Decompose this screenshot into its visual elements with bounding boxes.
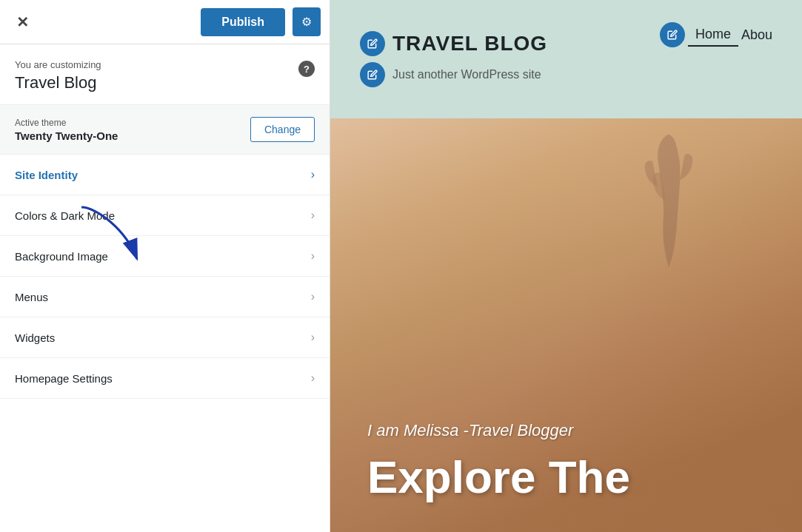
theme-name: Twenty Twenty-One: [15, 129, 118, 142]
edit-nav-icon[interactable]: [660, 22, 685, 47]
hero-subtitle: I am Melissa -Travel Blogger: [367, 421, 765, 440]
gear-button[interactable]: ⚙: [293, 7, 321, 36]
hero-title: Explore The: [367, 452, 765, 502]
chevron-right-icon: ›: [311, 249, 315, 263]
site-title-text: TRAVEL BLOG: [392, 32, 547, 55]
customizer-nav: Site Identity › Colors & Dark Mode › Bac…: [0, 155, 330, 532]
change-theme-button[interactable]: Change: [250, 117, 315, 142]
theme-section: Active theme Twenty Twenty-One Change: [0, 105, 330, 155]
active-theme-label: Active theme: [15, 118, 118, 128]
site-branding: TRAVEL BLOG Just another WordPress site: [360, 31, 547, 87]
site-header-preview: TRAVEL BLOG Just another WordPress site …: [330, 0, 802, 118]
chevron-right-icon: ›: [311, 331, 315, 344]
hand-silhouette-image: [624, 133, 713, 281]
hero-section: I am Melissa -Travel Blogger Explore The: [330, 118, 802, 532]
nav-item-widgets[interactable]: Widgets ›: [0, 317, 330, 358]
nav-item-homepage-settings[interactable]: Homepage Settings ›: [0, 358, 330, 399]
hero-content: I am Melissa -Travel Blogger Explore The: [367, 421, 765, 502]
background-image-label: Background Image: [15, 250, 108, 263]
site-identity-label: Site Identity: [15, 169, 78, 181]
site-tagline-row: Just another WordPress site: [360, 62, 547, 87]
colors-dark-mode-label: Colors & Dark Mode: [15, 209, 115, 222]
chevron-right-icon: ›: [311, 168, 315, 181]
customizing-label: You are customizing: [15, 59, 101, 70]
chevron-right-icon: ›: [311, 209, 315, 222]
customizing-title: Travel Blog: [15, 73, 101, 92]
customizer-panel: ✕ Publish ⚙ You are customizing Travel B…: [0, 0, 330, 532]
site-tagline-text: Just another WordPress site: [392, 68, 541, 81]
site-nav-menu: Home Abou: [660, 15, 772, 47]
top-bar: ✕ Publish ⚙: [0, 0, 330, 44]
chevron-right-icon: ›: [311, 290, 315, 303]
edit-site-title-icon[interactable]: [360, 31, 385, 56]
nav-item-site-identity[interactable]: Site Identity ›: [0, 155, 330, 195]
menus-label: Menus: [15, 291, 48, 303]
edit-tagline-icon[interactable]: [360, 62, 385, 87]
nav-link-home[interactable]: Home: [688, 24, 738, 47]
nav-link-about[interactable]: Abou: [741, 27, 772, 43]
widgets-label: Widgets: [15, 331, 55, 344]
nav-item-background-image[interactable]: Background Image ›: [0, 236, 330, 277]
nav-item-menus[interactable]: Menus ›: [0, 277, 330, 317]
nav-item-colors-dark-mode[interactable]: Colors & Dark Mode ›: [0, 195, 330, 236]
publish-button[interactable]: Publish: [201, 8, 285, 36]
chevron-right-icon: ›: [311, 371, 315, 385]
help-icon[interactable]: ?: [298, 61, 315, 77]
preview-panel: TRAVEL BLOG Just another WordPress site …: [330, 0, 802, 532]
site-title-row: TRAVEL BLOG: [360, 31, 547, 56]
close-button[interactable]: ✕: [9, 9, 36, 36]
homepage-settings-label: Homepage Settings: [15, 372, 113, 385]
customizing-section: You are customizing Travel Blog ?: [0, 44, 330, 105]
